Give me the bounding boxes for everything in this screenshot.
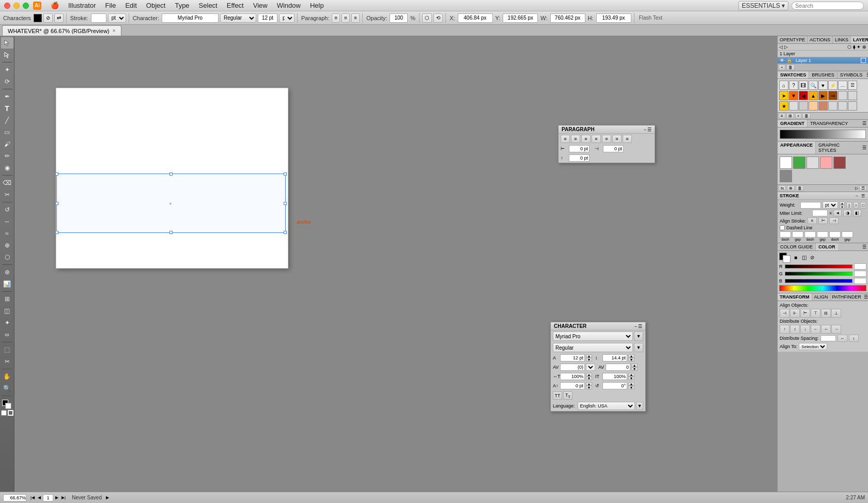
layer-ctrl-3[interactable]: ⬡ [847,44,851,50]
menu-edit[interactable]: Edit [121,1,141,10]
swatch-arrow-1[interactable]: ➤ [779,91,788,100]
tab-links[interactable]: LINKS [833,36,851,43]
canvas-area[interactable]: + anchor [14,36,778,492]
add-effect-btn[interactable]: fx [779,185,786,191]
color-spectrum[interactable] [779,285,866,291]
handle-tc[interactable] [169,172,173,176]
menu-window[interactable]: Window [273,1,305,10]
swatch-empty-1[interactable] [838,91,847,100]
char-hscale-up[interactable]: ▲ [586,373,592,376]
tab-appearance[interactable]: APPEARANCE [778,142,816,154]
char-kern-input[interactable]: (0) [560,364,585,371]
layer-ctrl-1[interactable]: ◁ [779,44,783,50]
tool-rotate[interactable]: ↺ [1,204,13,215]
left-indent-input[interactable] [569,145,590,152]
align-h-center[interactable]: ⊩ [790,309,800,318]
char-font-select[interactable]: Myriad Pro [553,332,633,341]
right-indent-input[interactable] [603,145,624,152]
dist-spacing-v[interactable]: ↕ [849,335,859,342]
stroke-collapse-btn[interactable]: − [855,194,859,198]
char-baseline-input[interactable]: 0 pt [560,382,585,389]
menu-help[interactable]: Help [306,1,328,10]
stroke-unit-select[interactable]: pt [108,13,126,23]
space-before-input[interactable] [569,154,590,162]
tool-scale[interactable]: ↔ [1,216,13,227]
swatch-arrow-3[interactable]: ◀ [799,91,808,100]
tool-hand[interactable]: ✋ [1,371,13,382]
tool-slice[interactable]: ✂ [1,356,13,367]
para-align-justify-right[interactable]: ≡ [612,135,622,143]
tool-selection[interactable] [1,37,13,49]
font-size-input[interactable]: 12 pt [258,13,277,23]
join-miter-btn[interactable]: ◄ [833,210,842,216]
swatch-arrow-2[interactable]: ▼ [789,91,798,100]
para-align-justify[interactable]: ≡ [592,135,601,143]
tool-artboard[interactable]: ⬚ [1,344,13,355]
dist-spacing-h[interactable]: ↔ [838,335,847,342]
last-page-btn[interactable]: ▶| [60,495,67,500]
gs-6[interactable] [780,170,792,182]
swatch-question[interactable]: ? [789,81,798,90]
layer-1-lock[interactable]: 🔒 [786,58,792,63]
char-rotation-up[interactable]: ▲ [628,382,634,386]
language-dropdown-btn[interactable]: ▼ [636,402,643,410]
para-align-justify-all[interactable]: ≡ [623,135,632,143]
page-input[interactable]: 1 [43,494,53,501]
color-panel-menu[interactable]: ☰ [861,243,868,250]
play-btn[interactable]: ▶ [105,495,110,500]
gs-1[interactable] [780,156,792,169]
handle-mr[interactable] [284,202,287,205]
align-left-btn[interactable]: ≡ [332,13,340,23]
h-input[interactable]: 193.49 px [596,13,631,23]
window-controls[interactable] [4,3,29,9]
align-right-btn[interactable]: ≡ [351,13,360,23]
cap-butt-btn[interactable]: | [846,202,852,209]
g-slider-track[interactable] [785,272,853,276]
char-size-up[interactable]: ▲ [586,354,592,358]
align-v-center[interactable]: ⊟ [821,309,831,318]
handle-ml[interactable] [55,202,58,205]
tab-color-guide[interactable]: COLOR GUIDE [778,243,816,250]
tool-width[interactable]: ⊕ [1,240,13,251]
swatch-more[interactable]: … [838,81,847,90]
tool-zoom[interactable]: 🔍 [1,383,13,394]
no-fill-btn[interactable]: ⊘ [809,254,816,261]
char-menu-btn[interactable]: ☰ [638,324,642,329]
dist-v-center[interactable]: ↕ [790,325,800,334]
char-leading-input[interactable]: 14.4 pt [602,354,627,361]
char-baseline-up[interactable]: ▲ [586,382,592,386]
text-frame-selection[interactable]: + anchor [56,174,286,233]
char-tracking-up[interactable]: ▲ [631,364,638,367]
font-size-unit[interactable]: pt [279,13,295,23]
tab-brushes[interactable]: BRUSHES [809,71,838,78]
para-align-right[interactable]: ≡ [581,135,591,143]
paragraph-collapse-btn[interactable]: − [644,127,646,132]
dist-right[interactable]: → [831,325,841,334]
weight-unit-select[interactable]: pt [823,201,838,209]
tool-pen[interactable]: ✒ [1,91,13,102]
tab-layers[interactable]: LAYERS [851,36,868,43]
stroke-input[interactable] [91,13,106,23]
swatch-color-3[interactable] [799,101,808,111]
tool-lasso[interactable]: ⟳ [1,76,13,87]
swatch-arrow-4[interactable]: ▲ [809,91,818,100]
handle-tr[interactable] [284,172,287,176]
char-v-scale-input[interactable]: 100% [602,373,627,380]
close-button[interactable] [4,3,10,9]
join-round-btn[interactable]: ◑ [843,210,851,216]
tool-blend[interactable]: ∞ [1,329,13,340]
swatch-color-2[interactable] [789,101,798,111]
swatch-new-group[interactable]: ⊞ [786,113,794,119]
menu-effect[interactable]: Effect [223,1,248,10]
gradient-mode-btn[interactable] [8,410,13,416]
transform-panel-menu[interactable]: ☰ [863,293,868,301]
document-tab[interactable]: WHATEVER* @ 66.67% (RGB/Preview) × [2,25,121,36]
cap-round-btn[interactable]: ○ [854,202,859,209]
weight-down-btn[interactable]: ▼ [840,205,845,209]
menu-type[interactable]: Type [171,1,193,10]
swatch-empty-2[interactable] [848,91,857,100]
tab-pathfinder[interactable]: PATHFINDER [831,293,863,301]
tool-scissors[interactable]: ✂ [1,189,13,200]
layer-ctrl-2[interactable]: ▷ [784,44,788,50]
x-input[interactable]: 406.84 px [458,13,493,23]
